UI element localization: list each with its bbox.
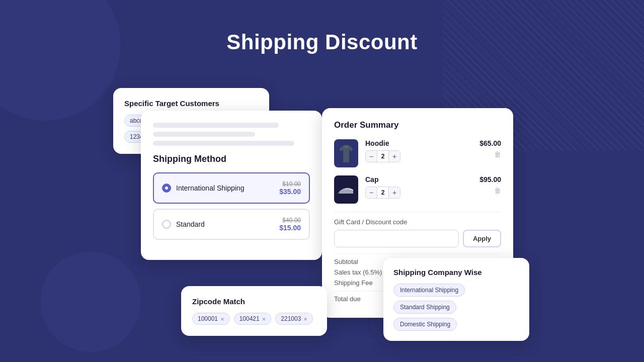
option-name-international: International Shipping: [176, 184, 244, 192]
cap-price: $95.00: [479, 175, 501, 184]
cap-name-wrapper: Cap − 2 +: [365, 175, 400, 199]
price-discounted-international: $35.00: [279, 188, 301, 196]
company-tag-2: Standard Shipping: [393, 301, 456, 314]
shipping-method-heading: Shipping Method: [153, 154, 310, 164]
hoodie-name: Hoodie: [365, 139, 400, 147]
hoodie-name-wrapper: Hoodie − 2 +: [365, 139, 400, 162]
zipcode-card-title: Zipcode Match: [192, 297, 316, 306]
zipcode-tags-row: 100001 × 100421 × 221003 ×: [192, 313, 316, 325]
hoodie-icon: [337, 142, 355, 164]
hoodie-qty-increase[interactable]: +: [389, 151, 400, 162]
divider-2: [334, 253, 501, 254]
discount-input[interactable]: [334, 230, 459, 247]
cap-qty-control[interactable]: − 2 +: [365, 187, 400, 199]
radio-international[interactable]: [162, 184, 171, 193]
cap-image: [334, 175, 358, 204]
hoodie-qty-value: 2: [377, 151, 389, 162]
zipcode-tag-1-label: 100001: [198, 315, 218, 322]
shipping-method-section: Shipping Method International Shipping $…: [153, 154, 310, 240]
cap-price-delete: $95.00 🗑: [479, 175, 501, 195]
shipping-option-international[interactable]: International Shipping $10.00 $35.00: [153, 172, 310, 204]
hoodie-image: [334, 139, 358, 167]
bg-decoration-circle-1: [0, 0, 121, 121]
cap-qty-increase[interactable]: +: [389, 187, 400, 198]
gift-label: Gift Card / Discount code: [334, 218, 501, 226]
cap-qty-value: 2: [377, 187, 389, 198]
shipping-company-card: Shipping Company Wise International Ship…: [383, 258, 529, 341]
cap-name: Cap: [365, 175, 400, 184]
option-prices-international: $10.00 $35.00: [279, 180, 301, 196]
hoodie-qty-decrease[interactable]: −: [366, 151, 377, 162]
gift-row: Apply: [334, 230, 501, 247]
zipcode-tag-3[interactable]: 221003 ×: [275, 313, 313, 325]
hoodie-price-delete: $65.00 🗑: [479, 139, 501, 158]
zipcode-card: Zipcode Match 100001 × 100421 × 221003 ×: [181, 286, 327, 336]
zipcode-tag-1-close[interactable]: ×: [220, 316, 224, 322]
total-label: Total due: [334, 295, 361, 303]
zipcode-tag-2-close[interactable]: ×: [262, 316, 266, 322]
company-tag-1: International Shipping: [393, 284, 465, 297]
hoodie-details: Hoodie − 2 + $65.00 🗑: [365, 139, 501, 162]
zipcode-tag-3-close[interactable]: ×: [303, 316, 307, 322]
price-discounted-standard: $15.00: [279, 224, 301, 232]
hoodie-qty-control[interactable]: − 2 +: [365, 150, 400, 162]
apply-button[interactable]: Apply: [463, 230, 501, 247]
cap-icon: [337, 183, 355, 197]
skeleton-line-2: [153, 132, 255, 137]
customers-card-title: Specific Target Customers: [124, 99, 258, 108]
price-original-international: $10.00: [279, 180, 301, 188]
divider-1: [334, 212, 501, 212]
tax-label: Sales tax (6.5%): [334, 268, 382, 276]
price-original-standard: $40.00: [279, 217, 301, 224]
skeleton-line-1: [153, 123, 279, 128]
zipcode-tag-2[interactable]: 100421 ×: [234, 313, 272, 325]
zipcode-tag-3-label: 221003: [281, 315, 301, 322]
page-title: Shipping Discount: [0, 30, 644, 54]
order-summary-title: Order Summary: [334, 120, 501, 130]
company-tag-3: Domestic Shipping: [393, 318, 457, 331]
hoodie-row: Hoodie − 2 + $65.00 🗑: [365, 139, 501, 162]
checkout-card: Shipping Method International Shipping $…: [141, 111, 322, 260]
cap-details: Cap − 2 + $95.00 🗑: [365, 175, 501, 199]
subtotal-label: Subtotal: [334, 258, 358, 265]
option-prices-standard: $40.00 $15.00: [279, 217, 301, 232]
order-item-hoodie: Hoodie − 2 + $65.00 🗑: [334, 139, 501, 167]
hoodie-price: $65.00: [479, 139, 501, 147]
radio-standard[interactable]: [162, 220, 171, 229]
company-tags-row: International Shipping Standard Shipping…: [393, 284, 519, 331]
shipping-fee-label: Shipping Fee: [334, 279, 373, 287]
option-left-international: International Shipping: [162, 184, 244, 193]
order-item-cap: Cap − 2 + $95.00 🗑: [334, 175, 501, 204]
cap-row: Cap − 2 + $95.00 🗑: [365, 175, 501, 199]
zipcode-tag-1[interactable]: 100001 ×: [192, 313, 230, 325]
shipping-company-title: Shipping Company Wise: [393, 268, 519, 277]
zipcode-tag-2-label: 100421: [239, 315, 260, 322]
shipping-option-standard[interactable]: Standard $40.00 $15.00: [153, 209, 310, 240]
skeleton-line-3: [153, 141, 294, 146]
bg-decoration-circle-2: [40, 251, 141, 352]
cap-delete-icon[interactable]: 🗑: [494, 187, 501, 195]
option-name-standard: Standard: [176, 220, 205, 228]
option-left-standard: Standard: [162, 220, 205, 229]
gift-section: Gift Card / Discount code Apply: [334, 218, 501, 247]
cap-qty-decrease[interactable]: −: [366, 187, 377, 198]
hoodie-delete-icon[interactable]: 🗑: [494, 150, 501, 158]
